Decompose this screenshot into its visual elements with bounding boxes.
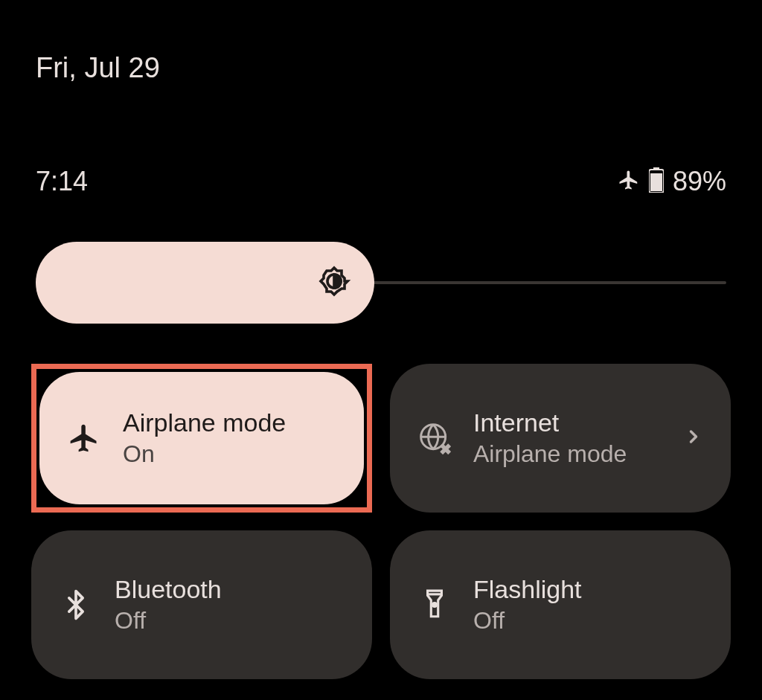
bluetooth-tile[interactable]: Bluetooth Off bbox=[31, 530, 372, 679]
brightness-slider[interactable] bbox=[36, 242, 726, 324]
battery-icon bbox=[649, 167, 664, 196]
status-bar: 7:14 89% bbox=[0, 166, 762, 197]
date-header: Fri, Jul 29 bbox=[0, 0, 762, 84]
internet-tile-title: Internet bbox=[473, 408, 662, 437]
bluetooth-tile-title: Bluetooth bbox=[115, 575, 345, 604]
status-icons: 89% bbox=[618, 166, 726, 197]
brightness-fill bbox=[36, 242, 374, 324]
svg-rect-2 bbox=[650, 173, 662, 191]
flashlight-tile-title: Flashlight bbox=[473, 575, 704, 604]
chevron-right-icon bbox=[683, 426, 704, 450]
airplane-mode-tile[interactable]: Airplane mode On bbox=[31, 364, 372, 513]
quick-settings-tiles: Airplane mode On Internet Airplane mode bbox=[0, 364, 762, 679]
battery-percentage: 89% bbox=[673, 166, 726, 197]
flashlight-icon bbox=[417, 588, 452, 621]
flashlight-tile-subtitle: Off bbox=[473, 607, 704, 635]
flashlight-tile[interactable]: Flashlight Off bbox=[390, 530, 731, 679]
airplane-status-icon bbox=[618, 169, 640, 194]
airplane-tile-subtitle: On bbox=[123, 440, 337, 468]
internet-tile-subtitle: Airplane mode bbox=[473, 440, 662, 468]
bluetooth-icon bbox=[58, 588, 94, 621]
airplane-tile-title: Airplane mode bbox=[123, 408, 337, 437]
brightness-icon bbox=[316, 263, 352, 302]
bluetooth-tile-subtitle: Off bbox=[115, 607, 345, 635]
globe-icon bbox=[417, 422, 452, 455]
time-display: 7:14 bbox=[36, 166, 88, 197]
internet-tile[interactable]: Internet Airplane mode bbox=[390, 364, 731, 513]
svg-point-6 bbox=[433, 603, 437, 607]
airplane-icon bbox=[66, 422, 102, 455]
